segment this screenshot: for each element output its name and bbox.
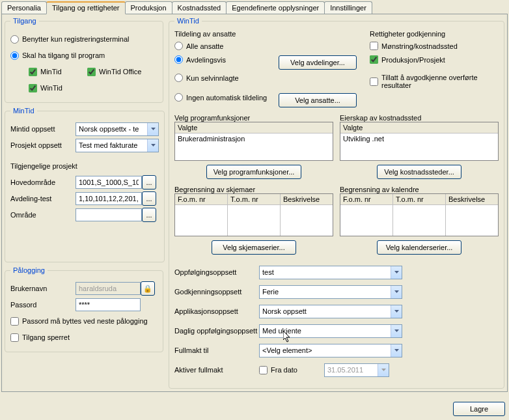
lbl-brukernavn: Brukernavn (10, 285, 76, 292)
tilgang-group: Tilgang Benytter kun registreringstermin… (5, 17, 163, 103)
wintid-group: WinTid Tildeling av ansatte Rettigheter … (169, 17, 504, 389)
date-fra[interactable]: 31.05.2011 (324, 363, 389, 377)
lbl-omrade: Område (10, 211, 76, 219)
chevron-down-icon (391, 266, 402, 279)
chk-tilgang-sperret[interactable]: Tilgang sperret (10, 333, 70, 342)
cell-eier-val: Utvikling .net (340, 133, 498, 144)
tab-kostnadssted[interactable]: Kostnadssted (172, 1, 227, 14)
radio-ingen[interactable]: Ingen automatisk tildeling (174, 93, 267, 102)
radio-terminal[interactable]: Benytter kun registreringsterminal (10, 35, 129, 44)
txt-passord[interactable] (76, 298, 141, 311)
lock-icon: 🔒 (143, 285, 152, 292)
lbl-applikasjon: Applikasjonsoppsett (174, 307, 259, 315)
col-tom: T.o.m. nr (228, 194, 280, 205)
chevron-down-icon (391, 344, 402, 357)
lbl-aktiver-fullmakt: Aktiver fullmakt (174, 366, 259, 374)
grid-kalendre[interactable]: F.o.m. nr T.o.m. nr Beskrivelse (340, 193, 499, 236)
lbl-mintid-oppsett: Mintid oppsett (10, 125, 76, 133)
lbl-oppfolging: Oppfølgingsoppsett (174, 268, 259, 276)
radio-selvinnlagte[interactable]: Kun selvinnlagte (174, 74, 239, 82)
palogging-legend: Pålogging (10, 266, 48, 274)
lbl-programfunksjoner: Velg programfunksjoner (174, 114, 333, 122)
btn-velg-ansatte[interactable]: Velg ansatte... (279, 93, 357, 107)
sel-daglig[interactable]: Med ukjente (259, 324, 402, 338)
col-beskrivelse-k: Beskrivelse (446, 194, 498, 205)
cell-prog-val: Brukeradministrasjon (175, 133, 333, 144)
tab-innstillinger[interactable]: Innstillinger (324, 1, 372, 14)
tab-tilgang[interactable]: Tilgang og rettigheter (46, 1, 126, 14)
sel-prosjekt-oppsett[interactable]: Test med fakturate (76, 139, 159, 152)
lbl-tildeling: Tildeling av ansatte (174, 30, 236, 38)
radio-alle[interactable]: Alle ansatte (174, 42, 223, 50)
col-beskrivelse: Beskrivelse (281, 194, 333, 205)
chevron-down-icon (147, 139, 158, 152)
chk-wintid-office[interactable]: WinTid Office (87, 68, 141, 76)
btn-velg-kalenderserier[interactable]: Velg kalenderserier... (377, 240, 461, 255)
chk-mintid[interactable]: MinTid (29, 68, 87, 76)
wintid-legend: WinTid (174, 17, 202, 25)
sel-fullmakt[interactable]: <Velg element> (259, 344, 402, 357)
tilgang-legend: Tilgang (10, 17, 39, 25)
mintid-group: MinTid Mintid oppsett Norsk oppsettx - t… (5, 107, 165, 262)
col-fom: F.o.m. nr (175, 194, 227, 205)
btn-velg-skjemaserier[interactable]: Velg skjemaserier... (212, 240, 296, 255)
mintid-legend: MinTid (10, 107, 37, 115)
col-fom-k: F.o.m. nr (340, 194, 392, 205)
lbl-prosjekt-oppsett: Prosjekt oppsett (10, 141, 76, 149)
lbl-passord: Passord (10, 301, 76, 309)
lbl-avdeling-test: Avdeling-test (10, 195, 76, 203)
sel-mintid-oppsett[interactable]: Norsk oppsettx - te (76, 122, 159, 136)
lock-button[interactable]: 🔒 (141, 281, 155, 296)
palogging-group: Pålogging Brukernavn 🔒 Passord Passord m… (5, 266, 163, 352)
chevron-down-icon (378, 364, 389, 376)
sel-godkjenning[interactable]: Ferie (259, 285, 402, 299)
btn-avdeling-browse[interactable]: ... (142, 191, 156, 206)
grid-programfunksjoner[interactable]: Valgte Brukeradministrasjon (174, 122, 333, 161)
chevron-down-icon (391, 286, 402, 298)
chk-monstring[interactable]: Mønstring/kostnadssted (370, 42, 458, 50)
chevron-down-icon (391, 325, 402, 337)
lbl-rettigheter: Rettigheter godkjenning (370, 30, 445, 38)
lbl-skjemaer: Begrensning av skjemaer (174, 186, 333, 193)
tab-produksjon[interactable]: Produksjon (125, 1, 172, 14)
chk-fra-dato[interactable]: Fra dato (259, 366, 324, 374)
tab-egendefinerte[interactable]: Egendefinerte opplysninger (226, 1, 325, 14)
btn-velg-avdelinger[interactable]: Velg avdelinger... (279, 55, 357, 70)
hd-valgte-eier: Valgte (340, 122, 498, 133)
chk-wintid[interactable]: WinTid (29, 84, 62, 92)
btn-omrade-browse[interactable]: ... (142, 208, 156, 222)
chk-tillatt-avgodkjenne[interactable]: Tillatt å avgodkjenne overførte resultat… (370, 74, 499, 89)
btn-velg-kostnadssteder[interactable]: Velg kostnadssteder... (377, 165, 461, 179)
grid-skjemaer[interactable]: F.o.m. nr T.o.m. nr Beskrivelse (174, 193, 333, 236)
txt-avdeling-test[interactable] (76, 192, 142, 205)
txt-brukernavn (76, 282, 141, 295)
lbl-eierskap: Eierskap av kostnadssted (340, 114, 499, 122)
btn-hovedomrade-browse[interactable]: ... (142, 175, 156, 189)
lbl-kalendre: Begrensning av kalendre (340, 186, 499, 193)
lbl-daglig: Daglig oppfølgingsoppsett (174, 327, 259, 335)
btn-lagre[interactable]: Lagre (453, 402, 505, 416)
txt-omrade[interactable] (76, 208, 142, 221)
sel-applikasjon[interactable]: Norsk oppsett (259, 305, 402, 318)
hd-valgte-prog: Valgte (175, 122, 333, 133)
txt-hovedomrade[interactable] (76, 176, 142, 189)
lbl-hovedomrade: Hovedområde (10, 178, 76, 186)
lbl-tilgjengelige: Tilgjengelige prosjekt (10, 162, 77, 170)
chk-produksjon[interactable]: Produksjon/Prosjekt (370, 55, 445, 64)
radio-avdelingsvis[interactable]: Avdelingsvis (174, 55, 226, 64)
btn-velg-programfunksjoner[interactable]: Velg programfunksjoner... (206, 165, 302, 179)
chevron-down-icon (147, 123, 158, 135)
sel-oppfolging[interactable]: test (259, 266, 402, 279)
grid-eierskap[interactable]: Valgte Utvikling .net (340, 122, 499, 161)
chevron-down-icon (391, 305, 402, 318)
lbl-fullmakt: Fullmakt til (174, 346, 259, 354)
tab-personalia[interactable]: Personalia (1, 1, 47, 14)
col-tom-k: T.o.m. nr (393, 194, 445, 205)
lbl-godkjenning: Godkjenningsoppsett (174, 288, 259, 296)
radio-program[interactable]: Skal ha tilgang til program (10, 51, 105, 60)
chk-passord-bytte[interactable]: Passord må byttes ved neste pålogging (10, 317, 148, 326)
